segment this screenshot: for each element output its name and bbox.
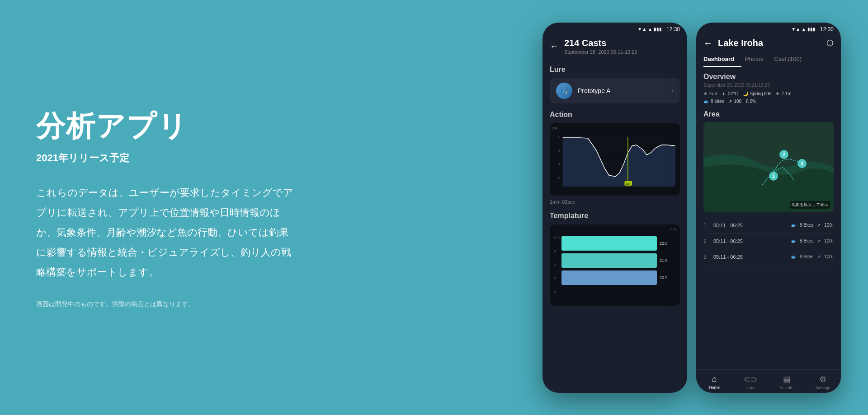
stat-casts: ↗ 100	[728, 99, 741, 104]
nav-settings[interactable]: ⚙ Settings	[805, 374, 841, 390]
temp-unit: (°C)	[670, 227, 676, 231]
phone2-time: 12:30	[820, 26, 834, 33]
disclaimer: 画面は開発中のものです。実際の商品とは異なります。	[36, 300, 506, 308]
settings-icon: ⚙	[819, 374, 826, 384]
action-chart: (m) 0 2 4 6	[550, 123, 680, 196]
cast-icon-3: ↗	[817, 254, 821, 259]
svg-text:2: 2	[558, 148, 560, 152]
sllab-icon: ▤	[783, 374, 791, 384]
temp-row-2: 21.9	[561, 253, 675, 268]
home-icon: ⌂	[712, 374, 717, 384]
cast-value-3: 100	[824, 254, 832, 259]
svg-text:0: 0	[558, 135, 560, 139]
wifi-icon2: ▲	[802, 27, 806, 32]
lure-nav-icon: ⊂⊃	[744, 374, 757, 384]
lure-row[interactable]: 🎣 Prototype A ›	[550, 78, 680, 103]
phone2-title: Lake Iroha	[718, 38, 763, 48]
svg-text:6: 6	[558, 175, 560, 179]
phone2: ▼▲ ▲ ▮▮▮ 12:30 ← Lake Iroha ⬡ Dashboard …	[696, 23, 841, 393]
cast-row-1[interactable]: 1 05:11 - 06:25 🐟 8 Bites ↗ 100 ›	[703, 218, 834, 233]
wifi-icon: ▲	[648, 27, 652, 32]
cast-chevron-3: ›	[832, 254, 834, 260]
chart-time: 1min 02sec	[550, 199, 680, 205]
cast-stats-3: 🐟 8 Bites ↗ 100	[791, 254, 832, 259]
tab-cast[interactable]: Cast (100)	[774, 52, 809, 67]
sub-title: 2021年リリース予定	[36, 151, 506, 165]
left-content: 分析アプリ 2021年リリース予定 これらのデータは、ユーザーが要求したタイミン…	[0, 79, 542, 336]
phone1-signal-icons: ▼▲ ▲ ▮▮▮	[637, 27, 662, 32]
map-area: 1 2 3 地図を拡大して表示	[703, 122, 834, 212]
stat-temp-label: 22°C	[728, 91, 738, 96]
cast-row-2[interactable]: 2 05:11 - 06:25 🐟 8 Bites ↗ 100 ›	[703, 233, 834, 249]
stat-percent: 8.0%	[746, 99, 756, 104]
cast-num-2: 2	[703, 238, 711, 244]
sun-icon: ☀	[703, 91, 708, 96]
tabs-row: Dashboard Photos Cast (100)	[696, 52, 841, 67]
bites-icon-2: 🐟	[791, 238, 796, 243]
temp-value-3: 20.9	[660, 275, 675, 280]
lure-info: 🎣 Prototype A	[556, 83, 610, 99]
stat-tide: 🌙 Spring tide	[743, 91, 772, 96]
home-label: Home	[709, 385, 720, 390]
cast-icon: ↗	[728, 99, 732, 104]
map-expand-label[interactable]: 地図を拡大して表示	[790, 201, 830, 209]
main-title: 分析アプリ	[36, 107, 506, 146]
moon-icon: 🌙	[743, 91, 748, 96]
back-button2[interactable]: ←	[703, 38, 712, 48]
phone1-time: 12:30	[666, 26, 680, 33]
fish-icon: 🐟	[703, 99, 709, 104]
bites-value-3: 8 Bites	[800, 254, 814, 259]
map-svg: 1 2 3	[703, 122, 834, 212]
phone1-header-title: 214 Casts	[564, 38, 637, 48]
svg-text:2: 2	[783, 152, 785, 157]
phone2-header-left: ← Lake Iroha	[703, 38, 763, 48]
share-icon[interactable]: ⬡	[826, 38, 834, 48]
temp-row-1: 22.0	[561, 236, 675, 251]
description: これらのデータは、ユーザーが要求したタイミングでアプリに転送され、アプリ上で位置…	[36, 183, 298, 282]
nav-home[interactable]: ⌂ Home	[696, 374, 732, 390]
phone2-signal-icons: ▼▲ ▲ ▮▮▮	[791, 27, 816, 32]
action-label: Action	[550, 111, 680, 119]
temp-label: Templature	[550, 212, 680, 220]
stat-fun: ☀ Fun	[703, 91, 717, 96]
nav-lure[interactable]: ⊂⊃ Lure	[732, 374, 769, 390]
phone1: ▼▲ ▲ ▮▮▮ 12:30 ← 214 Casts September 28,…	[542, 23, 687, 393]
phone1-header-subtitle: September 28, 2020 05:11-13:25	[564, 49, 637, 55]
tab-dashboard[interactable]: Dashboard	[703, 52, 741, 67]
stat-casts-label: 100	[734, 99, 741, 104]
phone1-content: Lure 🎣 Prototype A › Action (m)	[542, 60, 687, 393]
bites-icon-1: 🐟	[791, 223, 796, 228]
svg-text:3: 3	[801, 161, 803, 166]
svg-text:1: 1	[772, 174, 775, 179]
cast-stats-2: 🐟 8 Bites ↗ 100	[791, 238, 832, 243]
stat-wind: ✈ 2.1m	[776, 91, 791, 96]
temp-value-2: 21.9	[660, 258, 675, 263]
area-title: Area	[703, 110, 834, 118]
cast-value-2: 100	[824, 238, 832, 243]
cast-time-2: 05:11 - 06:25	[713, 238, 791, 244]
therm-icon: 🌡	[722, 91, 726, 96]
overview-stats: ☀ Fun 🌡 22°C 🌙 Spring tide ✈ 2.1m	[703, 91, 834, 96]
nav-sllab[interactable]: ▤ SL Lab.	[769, 374, 805, 390]
lure-name: Prototype A	[578, 87, 610, 94]
temp-y-label: (m)	[554, 235, 560, 239]
stat-fun-label: Fun	[709, 91, 717, 96]
stat-bites: 🐟 8 bites	[703, 99, 724, 104]
chevron-right-icon: ›	[671, 87, 674, 95]
battery-icon2: ▮▮▮	[807, 27, 816, 32]
stat-temp: 🌡 22°C	[722, 91, 738, 96]
bites-value-1: 8 Bites	[800, 223, 814, 228]
cast-chevron-1: ›	[832, 222, 834, 228]
tab-photos[interactable]: Photos	[745, 52, 770, 67]
temp-row-3: 20.9	[561, 270, 675, 285]
cast-row-3[interactable]: 3 05:11 - 06:25 🐟 8 Bites ↗ 100 ›	[703, 249, 834, 265]
stat-percent-label: 8.0%	[746, 99, 756, 104]
svg-text:1m: 1m	[626, 182, 630, 185]
stat-wind-label: 2.1m	[781, 91, 791, 96]
cast-time-3: 05:11 - 06:25	[713, 254, 791, 260]
cast-num-3: 3	[703, 254, 711, 260]
back-button[interactable]: ←	[550, 41, 559, 51]
temp-chart: (m) 0 2 4 6 22.0 21.9	[550, 224, 680, 306]
overview-stats2: 🐟 8 bites ↗ 100 8.0%	[703, 99, 834, 104]
cast-value-1: 100	[824, 223, 832, 228]
